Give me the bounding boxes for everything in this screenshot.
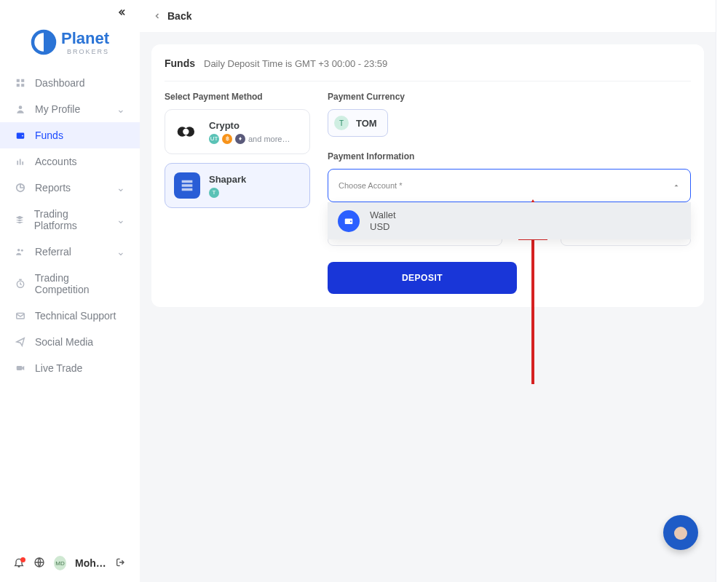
sidebar-item-label: Reports <box>35 182 71 194</box>
chat-widget[interactable] <box>663 515 698 550</box>
sidebar-item-accounts[interactable]: Accounts <box>0 148 140 175</box>
sidebar-item-label: Trading Competition <box>35 272 125 295</box>
svg-point-13 <box>21 250 23 252</box>
sidebar-item-technical-support[interactable]: Technical Support <box>0 303 140 329</box>
bars-icon <box>15 156 26 167</box>
sidebar-item-label: Accounts <box>35 156 77 167</box>
sidebar-item-label: Dashboard <box>35 77 85 89</box>
svg-rect-4 <box>21 84 24 87</box>
main-area: Back Funds Daily Deposit Time is GMT +3 … <box>140 0 716 582</box>
users-icon <box>15 246 26 258</box>
svg-rect-1 <box>17 79 20 82</box>
wallet-icon <box>15 129 26 141</box>
account-option-title: Wallet <box>370 210 396 221</box>
svg-point-20 <box>183 129 189 135</box>
back-label: Back <box>167 10 191 22</box>
svg-rect-16 <box>17 366 23 370</box>
chip-icon: ฿ <box>222 134 232 144</box>
user-icon <box>15 103 26 115</box>
svg-rect-2 <box>21 79 24 82</box>
sidebar-item-trading-competition[interactable]: Trading Competition <box>0 265 140 303</box>
chart-icon <box>15 182 26 194</box>
sidebar-item-label: Live Trade <box>35 362 82 374</box>
currency-option-tom[interactable]: T TOM <box>328 109 388 137</box>
account-placeholder: Choose Account * <box>339 181 402 190</box>
payment-method-shapark[interactable]: Shapark T <box>165 163 310 208</box>
svg-point-7 <box>22 135 23 137</box>
notifications-button[interactable] <box>13 557 25 570</box>
payment-method-name: Shapark <box>209 174 246 185</box>
clock-icon <box>15 278 26 290</box>
account-option-wallet[interactable]: Wallet USD <box>328 202 691 239</box>
funds-card: Funds Daily Deposit Time is GMT +3 00:00… <box>151 44 704 307</box>
user-avatar[interactable]: MD <box>54 556 66 570</box>
brand-name: Planet <box>61 29 109 48</box>
svg-rect-8 <box>17 161 18 165</box>
sidebar-item-label: Referral <box>35 246 71 258</box>
back-button[interactable]: Back <box>153 10 191 22</box>
send-icon <box>15 336 26 348</box>
payment-method-crypto[interactable]: Crypto UT ฿ ♦ and more… <box>165 109 310 154</box>
sidebar-item-funds[interactable]: Funds <box>0 122 140 148</box>
currency-symbol: T <box>334 116 349 130</box>
shapark-icon <box>174 172 200 199</box>
chevron-down-icon: ⌄ <box>116 182 125 194</box>
wallet-icon <box>338 210 360 232</box>
logout-button[interactable] <box>115 557 127 570</box>
sidebar-item-label: Trading Platforms <box>34 208 108 231</box>
chevron-down-icon: ⌄ <box>116 214 125 226</box>
card-subtitle: Daily Deposit Time is GMT +3 00:00 - 23:… <box>204 58 387 69</box>
chip-icon: UT <box>209 134 219 144</box>
payment-information-label: Payment Information <box>328 151 691 162</box>
video-icon <box>15 362 26 374</box>
payment-method-name: Crypto <box>209 120 290 131</box>
currency-label: TOM <box>356 118 377 129</box>
right-strip <box>716 0 728 582</box>
brand-subname: BROKERS <box>61 48 109 55</box>
sidebar-item-label: Social Media <box>35 336 93 348</box>
crypto-icon <box>174 119 200 145</box>
svg-point-5 <box>19 105 23 109</box>
sidebar-item-live-trade[interactable]: Live Trade <box>0 355 140 381</box>
chip-icon: T <box>209 188 219 198</box>
sidebar-collapse-button[interactable] <box>116 7 127 20</box>
svg-rect-9 <box>20 159 21 165</box>
chevron-down-icon: ⌄ <box>116 103 125 115</box>
sidebar-item-reports[interactable]: Reports ⌄ <box>0 175 140 201</box>
account-dropdown: Wallet USD <box>328 202 691 239</box>
sidebar-item-dashboard[interactable]: Dashboard <box>0 70 140 96</box>
svg-rect-3 <box>17 84 20 87</box>
svg-point-22 <box>350 220 352 222</box>
chevron-down-icon: ⌄ <box>116 246 125 258</box>
sidebar-item-label: My Profile <box>35 103 80 115</box>
sidebar-item-label: Funds <box>35 129 63 141</box>
sidebar-bottom-bar: MD Moha… <box>0 547 140 582</box>
deposit-button[interactable]: DEPOSIT <box>328 262 517 294</box>
svg-rect-10 <box>22 162 23 165</box>
sidebar-item-profile[interactable]: My Profile ⌄ <box>0 96 140 122</box>
dashboard-icon <box>15 77 26 89</box>
nav-list: Dashboard My Profile ⌄ Funds Accounts Re… <box>0 70 140 547</box>
card-title: Funds <box>165 57 195 69</box>
notification-dot <box>20 557 25 562</box>
sidebar-item-referral[interactable]: Referral ⌄ <box>0 239 140 265</box>
username: Moha… <box>75 557 106 569</box>
payment-method-sub: and more… <box>248 135 290 143</box>
chip-icon: ♦ <box>235 134 245 144</box>
svg-point-12 <box>17 249 20 252</box>
payment-currency-label: Payment Currency <box>328 92 691 102</box>
chevron-up-icon <box>673 180 680 191</box>
language-button[interactable] <box>33 557 45 570</box>
topbar: Back <box>140 0 716 33</box>
sidebar: Planet BROKERS Dashboard My Profile ⌄ Fu… <box>0 0 140 582</box>
mail-icon <box>15 310 26 322</box>
sidebar-item-social-media[interactable]: Social Media <box>0 329 140 355</box>
payment-method-label: Select Payment Method <box>165 92 310 102</box>
stack-icon <box>15 214 25 226</box>
account-option-subtitle: USD <box>370 221 396 233</box>
sidebar-item-trading-platforms[interactable]: Trading Platforms ⌄ <box>0 201 140 239</box>
account-select[interactable]: Choose Account * <box>328 169 691 202</box>
sidebar-item-label: Technical Support <box>35 310 116 322</box>
